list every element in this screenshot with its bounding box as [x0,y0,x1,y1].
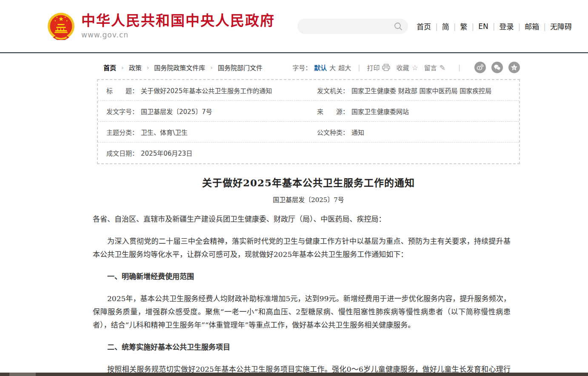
document-tools: 字号： 默认 大 超大 | 打印 收藏 ☆ [292,62,520,73]
toolbar-row: 首页 › 政策 › 国务院政策文件库 › 国务院部门文件 字号： 默认 大 超大… [97,53,520,79]
star-icon: ☆ [411,63,418,72]
top-nav: 首页 简 繁 EN 登录 邮箱 无障碍 [417,21,572,31]
meta-label: 公文种类： [317,128,349,137]
meta-topic-category-cell: 主题分类： 卫生、体育\卫生 [98,122,308,142]
meta-issuing-agency-cell: 发文机关： 国家卫生健康委 财政部 国家中医药局 国家疾控局 [308,80,519,100]
table-row: 发文字号： 国卫基层发〔2025〕7号 来 源： 国家卫生健康委网站 [98,101,519,122]
meta-label: 发文字号： [106,107,138,116]
content-wrapper: 首页 › 政策 › 国务院政策文件库 › 国务院部门文件 字号： 默认 大 超大… [97,53,520,376]
fontsize-large-button[interactable]: 大 [329,63,336,72]
comment-label: 留言 [424,63,437,72]
meta-value: 国家卫生健康委 财政部 国家中医药局 国家疾控局 [351,86,491,95]
breadcrumb-policy[interactable]: 政策 [129,63,142,72]
breadcrumb-department-documents: 国务院部门文件 [218,63,263,72]
paragraph-salutation: 各省、自治区、直辖市及新疆生产建设兵团卫生健康委、财政厅（局）、中医药局、疾控局… [93,213,511,226]
search-input[interactable] [304,20,394,33]
meta-doc-type-cell: 公文种类： 通知 [308,122,519,142]
nav-traditional[interactable]: 繁 [460,21,479,31]
divider: | [451,64,467,71]
fontsize-label: 字号： [292,63,311,72]
chevron-right-icon: › [116,64,129,71]
document-meta-table: 标 题： 关于做好2025年基本公共卫生服务工作的通知 发文机关： 国家卫生健康… [97,79,520,164]
site-header: 中华人民共和国中央人民政府 www.gov.cn 首页 简 繁 EN 登录 邮箱… [0,0,588,53]
meta-value: 国家卫生健康委网站 [351,107,409,116]
paragraph: 为深入贯彻党的二十届三中全会精神，落实新时代党的卫生与健康工作方针中以基层为重点… [93,235,511,261]
meta-label: 标 题： [106,86,138,95]
qzone-icon[interactable] [508,62,520,73]
table-row: 主题分类： 卫生、体育\卫生 公文种类： 通知 [98,122,519,142]
breadcrumb-policy-library[interactable]: 国务院政策文件库 [154,63,205,72]
nav-mail[interactable]: 邮箱 [525,21,550,31]
fontsize-default-button[interactable]: 默认 [314,63,327,72]
wechat-icon[interactable] [491,62,503,73]
meta-label: 来 源： [317,107,349,116]
meta-source-cell: 来 源： 国家卫生健康委网站 [308,101,519,121]
section-heading-1: 一、明确新增经费使用范围 [93,270,511,283]
weibo-icon[interactable] [474,62,486,73]
search-box[interactable] [297,19,408,34]
nav-accessibility[interactable]: 无障碍 [550,21,572,31]
site-title: 中华人民共和国中央人民政府 [81,13,275,28]
gov-cn-page: 中华人民共和国中央人民政府 www.gov.cn 首页 简 繁 EN 登录 邮箱… [0,0,588,376]
breadcrumb-home[interactable]: 首页 [103,63,116,72]
meta-label: 主题分类： [106,128,138,137]
meta-doc-number-cell: 发文字号： 国卫基层发〔2025〕7号 [98,101,308,121]
table-row: 成文日期： 2025年06月23日 [98,142,519,163]
section-heading-2: 二、统筹实施好基本公共卫生服务项目 [93,341,511,354]
comment-button[interactable]: 留言 ✎ [424,63,445,72]
meta-value: 卫生、体育\卫生 [141,128,188,137]
breadcrumb: 首页 › 政策 › 国务院政策文件库 › 国务院部门文件 [97,63,263,72]
meta-value: 通知 [351,128,364,137]
nav-simplified[interactable]: 简 [442,21,460,31]
favorite-label: 收藏 [396,63,409,72]
divider: | [351,64,367,71]
meta-value: 2025年06月23日 [141,148,192,157]
article-body: 各省、自治区、直辖市及新疆生产建设兵团卫生健康委、财政厅（局）、中医药局、疾控局… [97,213,520,376]
bottom-bar-segment [9,373,36,376]
site-brand: 中华人民共和国中央人民政府 www.gov.cn [81,13,275,39]
fontsize-xlarge-button[interactable]: 超大 [338,63,351,72]
page-title: 关于做好2025年基本公共卫生服务工作的通知 [97,175,520,189]
national-emblem-icon [47,12,75,41]
nav-english[interactable]: EN [478,22,499,31]
meta-label: 成文日期： [106,148,138,157]
printer-icon [382,64,390,71]
article: 关于做好2025年基本公共卫生服务工作的通知 国卫基层发〔2025〕7号 各省、… [97,175,520,376]
meta-value: 国卫基层发〔2025〕7号 [141,107,212,116]
doc-number: 国卫基层发〔2025〕7号 [97,195,520,204]
table-row: 标 题： 关于做好2025年基本公共卫生服务工作的通知 发文机关： 国家卫生健康… [98,80,519,101]
meta-empty-cell [308,148,519,159]
print-label: 打印 [367,63,380,72]
site-url: www.gov.cn [81,31,275,39]
meta-value: 关于做好2025年基本公共卫生服务工作的通知 [141,86,272,95]
nav-login[interactable]: 登录 [500,21,525,31]
meta-title-cell: 标 题： 关于做好2025年基本公共卫生服务工作的通知 [98,80,308,100]
share-group [469,62,520,73]
search-icon[interactable] [394,22,403,31]
paragraph: 2025年，基本公共卫生服务经费人均财政补助标准增加5元，达到99元。新增经费用… [93,292,511,332]
chevron-right-icon: › [142,64,154,71]
bottom-bar [0,373,588,376]
chevron-right-icon: › [205,64,218,71]
meta-label: 发文机关： [317,86,349,95]
nav-home[interactable]: 首页 [417,21,442,31]
print-button[interactable]: 打印 [367,63,390,72]
favorite-button[interactable]: 收藏 ☆ [396,63,418,72]
pencil-icon: ✎ [440,63,445,72]
meta-date-cell: 成文日期： 2025年06月23日 [98,143,308,163]
